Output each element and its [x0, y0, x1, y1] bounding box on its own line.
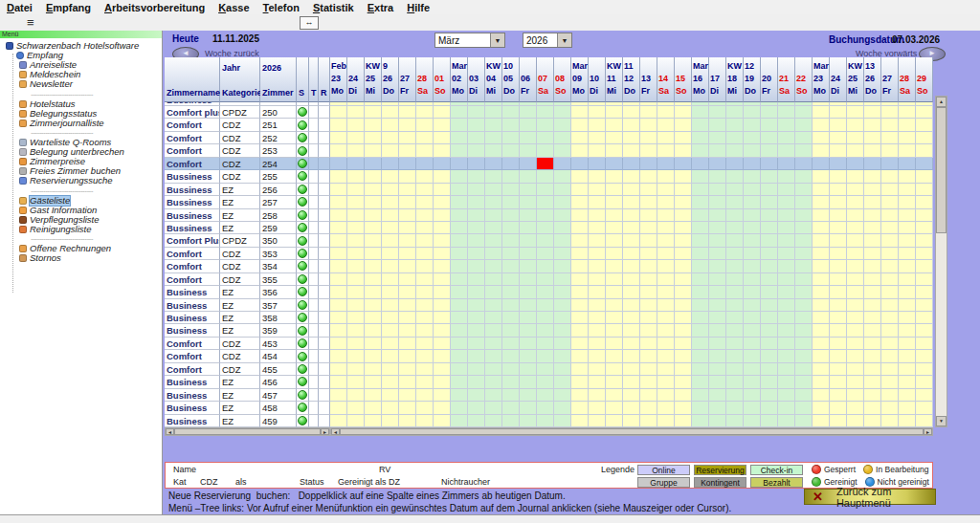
day-cell[interactable] [416, 196, 434, 208]
day-cell-selected-row[interactable] [606, 158, 623, 170]
room-t-cell[interactable] [309, 248, 319, 260]
room-name-cell[interactable]: Business [165, 402, 220, 414]
day-cell[interactable] [864, 415, 881, 427]
day-cell[interactable] [520, 170, 537, 183]
day-cell[interactable] [434, 248, 451, 260]
table-row-253[interactable]: ComfortCDZ253 [165, 144, 946, 157]
day-cell[interactable] [830, 222, 847, 234]
day-cell[interactable] [778, 299, 795, 312]
day-cell[interactable] [623, 222, 640, 234]
room-t-cell[interactable] [309, 119, 319, 131]
table-row-250[interactable]: Comfort plusCPDZ250 [165, 106, 946, 119]
vscroll-track[interactable] [936, 233, 947, 416]
day-cell[interactable] [830, 338, 847, 350]
room-name-cell[interactable]: Comfort [165, 119, 220, 131]
day-cell[interactable] [916, 144, 933, 157]
day-cell[interactable] [623, 363, 640, 376]
room-number-cell[interactable]: 454 [260, 350, 297, 362]
day-cell[interactable] [468, 415, 485, 427]
day-cell[interactable] [778, 260, 795, 272]
day-cell[interactable] [399, 209, 416, 222]
day-cell[interactable] [571, 234, 589, 247]
day-cell[interactable] [795, 260, 813, 272]
room-status-cell[interactable] [297, 106, 309, 119]
room-r-cell[interactable] [319, 222, 330, 234]
day-cell[interactable] [847, 286, 864, 298]
day-cell[interactable] [899, 106, 916, 119]
day-cell[interactable] [881, 312, 899, 324]
day-cell[interactable] [899, 234, 916, 247]
menu-item-arbeitsvorbereitung[interactable]: Arbeitsvorbereitung [98, 2, 212, 13]
day-cell[interactable] [330, 170, 347, 183]
day-cell[interactable] [640, 196, 657, 208]
day-cell[interactable] [709, 144, 726, 157]
day-cell[interactable] [847, 389, 864, 402]
day-cell[interactable] [847, 248, 864, 260]
room-r-cell[interactable] [319, 132, 330, 144]
day-cell[interactable] [537, 350, 554, 362]
day-cell[interactable] [399, 312, 416, 324]
day-cell[interactable] [692, 209, 709, 222]
day-cell[interactable] [640, 402, 657, 414]
day-cell[interactable] [864, 260, 881, 272]
day-cell[interactable] [571, 299, 589, 312]
day-cell[interactable] [571, 260, 589, 272]
table-row-355[interactable]: ComfortCDZ355 [165, 273, 946, 286]
day-cell[interactable] [830, 389, 847, 402]
day-cell[interactable] [916, 312, 933, 324]
day-cell[interactable] [830, 286, 847, 298]
room-kategorie-cell[interactable]: EZ [220, 324, 260, 337]
day-cell[interactable] [847, 170, 864, 183]
day-cell[interactable] [468, 260, 485, 272]
scroll-right-icon[interactable]: ► [321, 428, 329, 435]
menu-item-datei[interactable]: Datei [0, 2, 39, 13]
day-cell[interactable] [657, 184, 675, 196]
room-name-cell[interactable]: Comfort [165, 144, 220, 157]
day-cell[interactable] [451, 119, 468, 131]
day-cell[interactable] [537, 184, 554, 196]
day-cell[interactable] [382, 324, 399, 337]
day-cell[interactable] [434, 299, 451, 312]
room-number-cell[interactable]: 250 [260, 106, 297, 119]
day-cell[interactable] [399, 234, 416, 247]
day-cell[interactable] [761, 248, 778, 260]
day-cell[interactable] [847, 376, 864, 388]
table-row-353[interactable]: ComfortCDZ353 [165, 248, 946, 260]
day-cell[interactable] [554, 363, 571, 376]
room-r-cell[interactable] [319, 415, 330, 427]
day-cell[interactable] [916, 234, 933, 247]
day-cell[interactable] [692, 376, 709, 388]
room-status-cell[interactable] [297, 222, 309, 234]
day-cell[interactable] [416, 415, 434, 427]
day-cell[interactable] [657, 234, 675, 247]
day-cell[interactable] [830, 184, 847, 196]
day-cell[interactable] [899, 338, 916, 350]
room-name-cell[interactable]: Business [165, 415, 220, 427]
day-cell[interactable] [485, 286, 502, 298]
day-cell[interactable] [761, 222, 778, 234]
day-cell[interactable] [399, 363, 416, 376]
day-cell[interactable] [881, 196, 899, 208]
day-cell[interactable] [623, 415, 640, 427]
year-select[interactable]: 2026 ▼ [523, 33, 572, 48]
day-cell[interactable] [692, 324, 709, 337]
room-number-cell[interactable]: 459 [260, 415, 297, 427]
day-cell[interactable] [485, 248, 502, 260]
day-cell[interactable] [399, 273, 416, 286]
day-cell[interactable] [657, 376, 675, 388]
day-cell[interactable] [451, 248, 468, 260]
day-cell[interactable] [434, 286, 451, 298]
day-cell[interactable] [502, 338, 520, 350]
day-cell[interactable] [485, 350, 502, 362]
sidebar-item-zimmerjournalliste[interactable]: Zimmerjournalliste [0, 119, 162, 128]
day-cell[interactable] [640, 324, 657, 337]
day-cell[interactable] [485, 260, 502, 272]
day-cell[interactable] [347, 350, 365, 362]
day-cell[interactable] [502, 350, 520, 362]
day-cell[interactable] [451, 106, 468, 119]
day-cell[interactable] [916, 106, 933, 119]
day-cell[interactable] [830, 132, 847, 144]
day-cell[interactable] [399, 132, 416, 144]
day-cell[interactable] [606, 196, 623, 208]
day-cell[interactable] [554, 144, 571, 157]
